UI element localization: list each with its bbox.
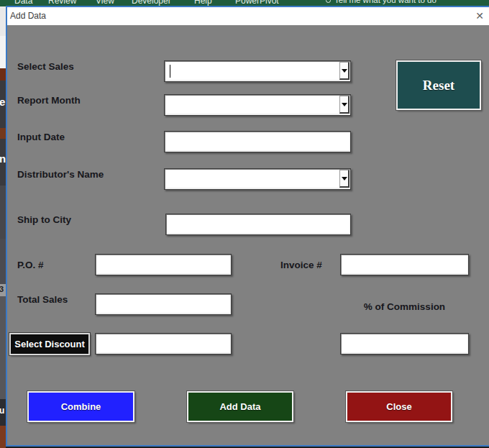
total-sales-textbox[interactable] [95,293,232,315]
strip-fragment: n [0,153,6,164]
ribbon-tab-view[interactable]: View [96,0,114,6]
strip-segment [0,296,6,399]
ship-to-city-label: Ship to City [17,214,71,225]
select-discount-button[interactable]: Select Discount [9,333,90,355]
select-sales-combobox[interactable] [164,60,351,82]
invoice-number-label: Invoice # [280,260,322,270]
strip-segment [0,6,6,36]
select-sales-input[interactable] [170,63,335,79]
combine-button[interactable]: Combine [27,391,134,422]
ship-to-city-input[interactable] [171,216,345,232]
reset-button[interactable]: Reset [396,60,481,110]
strip-segment [0,68,6,81]
po-number-label: P.O. # [17,260,44,270]
distributor-label: Distributor's Name [17,169,104,180]
text-cursor [170,65,170,78]
form-body: Select Sales Report Month Input Date Dis… [7,25,489,445]
ribbon-tab-data[interactable]: Data [14,0,32,6]
invoice-number-input[interactable] [346,257,463,273]
distributor-combobox[interactable] [164,168,351,190]
strip-segment: n [0,139,6,186]
strip-segment [0,186,6,239]
commission-textbox[interactable] [340,333,469,355]
total-sales-input[interactable] [101,296,226,312]
strip-segment [0,36,6,68]
strip-fragment: 3 [0,285,4,293]
discount-textbox[interactable] [95,333,232,355]
select-sales-label: Select Sales [17,61,74,72]
add-data-button[interactable]: Add Data [187,391,293,422]
commission-input[interactable] [346,336,463,352]
strip-segment: 3 [0,284,6,296]
lightbulb-icon [326,0,331,3]
po-number-textbox[interactable] [95,254,232,275]
chevron-down-icon [342,177,347,180]
dialog-titlebar[interactable]: Add Data ✕ [7,7,489,25]
strip-segment [0,239,6,284]
strip-segment [0,128,6,139]
chevron-down-icon [342,69,347,73]
strip-segment: u [0,399,6,426]
background-window-strip: e n 3 u [0,6,6,448]
tell-me-label: Tell me what you want to do [334,0,437,4]
input-date-input[interactable] [170,134,345,150]
report-month-label: Report Month [17,95,81,106]
invoice-number-textbox[interactable] [340,254,469,275]
chevron-down-icon [342,103,347,106]
input-date-label: Input Date [17,132,65,142]
input-date-textbox[interactable] [164,131,351,152]
ribbon-tab-powerpivot[interactable]: PowerPivot [235,0,279,6]
close-button[interactable]: Close [346,391,452,422]
add-data-dialog: Add Data ✕ Select Sales Report Month Inp… [6,6,489,447]
distributor-input[interactable] [170,171,335,187]
close-icon[interactable]: ✕ [475,9,484,22]
strip-segment [0,426,6,448]
report-month-input[interactable] [170,97,335,113]
select-sales-dropdown-button[interactable] [339,62,349,80]
ribbon-tab-review[interactable]: Review [48,0,76,6]
ship-to-city-textbox[interactable] [165,214,351,235]
commission-label: % of Commission [340,301,469,312]
distributor-dropdown-button[interactable] [339,170,349,188]
discount-input[interactable] [101,336,226,352]
total-sales-label: Total Sales [17,294,68,305]
report-month-dropdown-button[interactable] [339,96,349,114]
dialog-title: Add Data [10,11,46,21]
ribbon-tab-help[interactable]: Help [194,0,212,6]
tell-me-search[interactable]: Tell me what you want to do [326,0,437,4]
strip-fragment: e [0,96,5,107]
strip-segment: e [0,81,6,128]
ribbon-tab-developer[interactable]: Developer [132,0,171,6]
strip-fragment: u [0,406,4,415]
po-number-input[interactable] [101,257,226,273]
report-month-combobox[interactable] [164,94,351,116]
